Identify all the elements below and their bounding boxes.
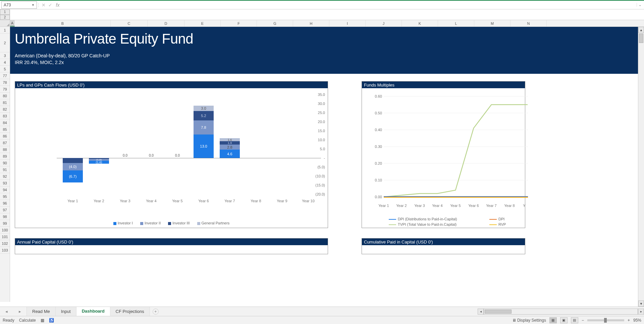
name-box-value: A73 xyxy=(4,3,11,7)
row-97[interactable]: 97 xyxy=(0,207,10,213)
horizontal-scrollbar[interactable]: ◂ ▸ xyxy=(478,307,644,316)
row-99[interactable]: 99 xyxy=(0,220,10,227)
col-F[interactable]: F xyxy=(221,20,257,26)
page-title: Umbrella Private Equity Fund xyxy=(15,31,639,47)
bar-y1-i1: (6.7) xyxy=(63,170,83,182)
col-G[interactable]: G xyxy=(257,20,293,26)
row-1[interactable]: 1 xyxy=(0,27,10,34)
row-84[interactable]: 84 xyxy=(0,119,10,126)
row-78[interactable]: 78 xyxy=(0,79,10,86)
zoom-level[interactable]: 95% xyxy=(633,318,641,323)
tab-cf-projections[interactable]: CF Projections xyxy=(110,307,150,316)
fx-icon[interactable]: fx xyxy=(54,1,60,9)
row-81[interactable]: 81 xyxy=(0,99,10,106)
row-77[interactable]: 77 xyxy=(0,72,10,79)
bar-legend: Investor I Investor II Investor III Gene… xyxy=(15,221,328,225)
card-cumulative[interactable]: Cumulative Paid in Capital (USD 0') xyxy=(362,238,525,254)
row-91[interactable]: 91 xyxy=(0,166,10,173)
accessibility-icon[interactable]: ♿ xyxy=(49,318,54,323)
display-settings-button[interactable]: 🖥 Display Settings xyxy=(512,318,546,323)
row-92[interactable]: 92 xyxy=(0,173,10,180)
hscroll-thumb[interactable] xyxy=(485,310,512,314)
macro-record-icon[interactable]: ▦ xyxy=(41,318,44,323)
row-93[interactable]: 93 xyxy=(0,180,10,186)
row-3[interactable]: 3 xyxy=(0,52,10,59)
row-101[interactable]: 101 xyxy=(0,233,10,240)
col-I[interactable]: I xyxy=(329,20,366,26)
row-headers: 1 2 3 4 5 77 78 79 80 81 82 83 84 85 86 … xyxy=(0,27,10,302)
card-cashflows-title: LPs and GPs Cash Flows (USD 0') xyxy=(15,82,328,88)
bar-y6-i1: 13.0 xyxy=(194,134,214,158)
card-annual[interactable]: Annual Paid Capital (USD 0') xyxy=(15,238,328,254)
tab-dashboard[interactable]: Dashboard xyxy=(76,307,110,316)
tab-input[interactable]: Input xyxy=(56,307,76,316)
row-5[interactable]: 5 xyxy=(0,66,10,72)
formula-input[interactable] xyxy=(60,1,637,9)
row-80[interactable]: 80 xyxy=(0,93,10,99)
col-N[interactable]: N xyxy=(511,20,547,26)
card-cashflows[interactable]: LPs and GPs Cash Flows (USD 0') 35.0 30.… xyxy=(15,81,328,228)
row-79[interactable]: 79 xyxy=(0,86,10,93)
bar-y7-gp: 1.6 xyxy=(220,138,240,141)
name-box-dropdown-icon[interactable]: ▼ xyxy=(32,3,35,7)
tab-nav-last-icon[interactable]: ▸ xyxy=(19,309,21,314)
col-A[interactable]: A xyxy=(10,20,15,26)
row-103[interactable]: 103 xyxy=(0,247,10,254)
name-box[interactable]: A73 ▼ xyxy=(1,1,37,9)
row-98[interactable]: 98 xyxy=(0,213,10,220)
add-sheet-button[interactable]: + xyxy=(153,309,159,315)
banner-subtitle-2: IRR 20.4%, MOIC, 2.2x xyxy=(15,60,639,65)
outline-level-1[interactable]: 1 xyxy=(0,9,10,15)
row-102[interactable]: 102 xyxy=(0,240,10,247)
zoom-slider[interactable] xyxy=(587,319,624,321)
hscroll-left-icon[interactable]: ◂ xyxy=(478,309,484,315)
col-E[interactable]: E xyxy=(184,20,221,26)
row-100[interactable]: 100 xyxy=(0,227,10,233)
sheet-area[interactable]: Umbrella Private Equity Fund American (D… xyxy=(10,27,644,302)
bar-y7-i1: 4.6 xyxy=(220,150,240,158)
view-normal-icon[interactable]: ▦ xyxy=(549,317,557,323)
row-2[interactable]: 2 xyxy=(0,34,10,52)
row-86[interactable]: 86 xyxy=(0,133,10,140)
formula-expand-icon[interactable]: ⌄ xyxy=(637,3,643,7)
row-85[interactable]: 85 xyxy=(0,126,10,133)
status-ready: Ready xyxy=(3,318,14,323)
col-H[interactable]: H xyxy=(293,20,329,26)
vertical-scrollbar[interactable]: ▲ ▼ xyxy=(638,27,644,307)
col-C[interactable]: C xyxy=(111,20,148,26)
vscroll-thumb[interactable] xyxy=(639,34,643,43)
tab-nav-first-icon[interactable]: ◂ xyxy=(5,309,8,314)
hscroll-right-icon[interactable]: ▸ xyxy=(638,309,644,315)
outline-level-2[interactable]: 2 xyxy=(0,15,10,20)
col-B[interactable]: B xyxy=(15,20,111,26)
zoom-out-button[interactable]: − xyxy=(582,318,584,323)
col-J[interactable]: J xyxy=(366,20,402,26)
row-89[interactable]: 89 xyxy=(0,153,10,160)
formula-bar: A73 ▼ ⋮ ✕ ✓ fx ⌄ xyxy=(0,1,644,9)
zoom-in-button[interactable]: + xyxy=(628,318,630,323)
row-87[interactable]: 87 xyxy=(0,140,10,146)
row-83[interactable]: 83 xyxy=(0,113,10,119)
tab-read-me[interactable]: Read Me xyxy=(27,307,56,316)
card-multiples[interactable]: Funds Multiples 0.60 0.50 0.40 0.30 0.20… xyxy=(362,81,525,228)
status-bar: Ready Calculate ▦ ♿ 🖥 Display Settings ▦… xyxy=(0,316,644,324)
row-88[interactable]: 88 xyxy=(0,146,10,153)
bar-y6-gp: 3.0 xyxy=(194,106,214,111)
row-95[interactable]: 95 xyxy=(0,193,10,200)
scroll-up-icon[interactable]: ▲ xyxy=(638,27,644,33)
row-96[interactable]: 96 xyxy=(0,200,10,207)
row-82[interactable]: 82 xyxy=(0,106,10,113)
view-page-layout-icon[interactable]: ▣ xyxy=(560,317,568,323)
col-L[interactable]: L xyxy=(438,20,474,26)
select-all-corner[interactable] xyxy=(0,20,10,26)
col-K[interactable]: K xyxy=(402,20,438,26)
dashboard-banner: Umbrella Private Equity Fund American (D… xyxy=(10,27,644,74)
col-D[interactable]: D xyxy=(148,20,184,26)
col-M[interactable]: M xyxy=(474,20,511,26)
scroll-down-icon[interactable]: ▼ xyxy=(638,301,644,307)
row-94[interactable]: 94 xyxy=(0,186,10,193)
row-90[interactable]: 90 xyxy=(0,160,10,166)
row-4[interactable]: 4 xyxy=(0,59,10,66)
status-calculate: Calculate xyxy=(19,318,36,323)
view-page-break-icon[interactable]: ▤ xyxy=(571,317,578,323)
